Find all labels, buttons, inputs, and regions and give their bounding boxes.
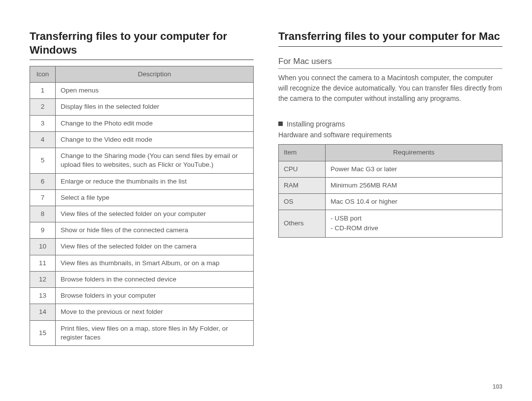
icon-cell: 4 — [30, 131, 56, 148]
page-number: 103 — [493, 383, 502, 390]
table-row: 4Change to the Video edit mode — [30, 131, 254, 148]
icon-cell: 2 — [30, 99, 56, 115]
mac-paragraph: When you connect the camera to a Macinto… — [278, 73, 502, 104]
item-cell: Others — [279, 210, 326, 238]
table-row: 7Select a file type — [30, 189, 254, 206]
table-row: 8View files of the selected folder on yo… — [30, 206, 254, 222]
mac-subheading: For Mac users — [278, 57, 502, 69]
table-row: 10View files of the selected folder on t… — [30, 239, 254, 255]
icon-cell: 13 — [30, 288, 56, 304]
icon-cell: 6 — [30, 173, 56, 189]
requirement-cell: Power Mac G3 or later — [326, 161, 502, 177]
table-header-icon: Icon — [30, 66, 56, 83]
description-cell: Change to the Photo edit mode — [56, 115, 254, 131]
icon-cell: 11 — [30, 255, 56, 271]
left-column: Transferring files to your computer for … — [30, 30, 254, 386]
table-row: 2Display files in the selected folder — [30, 99, 254, 115]
description-cell: Open menus — [56, 83, 254, 99]
icon-cell: 8 — [30, 206, 56, 222]
table-row: 14Move to the previous or next folder — [30, 304, 254, 320]
icon-cell: 3 — [30, 115, 56, 131]
description-cell: Enlarge or reduce the thumbnails in the … — [56, 173, 254, 189]
item-cell: CPU — [279, 161, 326, 177]
requirements-table: Item Requirements CPUPower Mac G3 or lat… — [278, 144, 502, 237]
table-row: 9Show or hide files of the connected cam… — [30, 222, 254, 239]
req-header-item: Item — [279, 145, 326, 161]
table-row: 3Change to the Photo edit mode — [30, 115, 254, 131]
requirement-cell: - USB port- CD-ROM drive — [326, 210, 502, 238]
table-row: 6Enlarge or reduce the thumbnails in the… — [30, 173, 254, 189]
icon-cell: 1 — [30, 83, 56, 99]
icon-cell: 15 — [30, 320, 56, 345]
table-row: 1Open menus — [30, 83, 254, 99]
table-row: Others- USB port- CD-ROM drive — [279, 210, 502, 238]
table-row: 13Browse folders in your computer — [30, 288, 254, 304]
description-cell: Display files in the selected folder — [56, 99, 254, 115]
description-cell: Show or hide files of the connected came… — [56, 222, 254, 239]
item-cell: RAM — [279, 177, 326, 193]
requirement-cell: Mac OS 10.4 or higher — [326, 193, 502, 210]
table-row: 11View files as thumbnails, in Smart Alb… — [30, 255, 254, 271]
description-cell: View files of the selected folder on you… — [56, 206, 254, 222]
installing-programs-block: Installing programs Hardware and softwar… — [278, 119, 502, 141]
installing-line-2: Hardware and software requirements — [278, 131, 392, 139]
table-row: 12Browse folders in the connected device — [30, 271, 254, 287]
description-cell: Browse folders in the connected device — [56, 271, 254, 287]
table-row: 15Print files, view files on a map, stor… — [30, 320, 254, 345]
icon-cell: 5 — [30, 148, 56, 173]
icon-cell: 9 — [30, 222, 56, 239]
description-cell: Select a file type — [56, 189, 254, 206]
icon-cell: 14 — [30, 304, 56, 320]
table-row: OSMac OS 10.4 or higher — [279, 193, 502, 210]
table-row: 5Change to the Sharing mode (You can sen… — [30, 148, 254, 173]
right-column: Transferring files to your computer for … — [278, 30, 502, 386]
table-row: CPUPower Mac G3 or later — [279, 161, 502, 177]
description-cell: View files as thumbnails, in Smart Album… — [56, 255, 254, 271]
icon-description-table: Icon Description 1Open menus2Display fil… — [30, 66, 254, 346]
description-cell: Print files, view files on a map, store … — [56, 320, 254, 345]
description-cell: Change to the Sharing mode (You can send… — [56, 148, 254, 173]
table-row: RAMMinimum 256MB RAM — [279, 177, 502, 193]
description-cell: Change to the Video edit mode — [56, 131, 254, 148]
requirement-cell: Minimum 256MB RAM — [326, 177, 502, 193]
table-header-description: Description — [56, 66, 254, 83]
left-section-title: Transferring files to your computer for … — [30, 30, 254, 60]
icon-cell: 10 — [30, 239, 56, 255]
installing-line-1: Installing programs — [287, 120, 345, 128]
item-cell: OS — [279, 193, 326, 210]
req-header-requirements: Requirements — [326, 145, 502, 161]
description-cell: View files of the selected folder on the… — [56, 239, 254, 255]
icon-cell: 12 — [30, 271, 56, 287]
square-bullet-icon — [278, 122, 283, 126]
description-cell: Browse folders in your computer — [56, 288, 254, 304]
icon-cell: 7 — [30, 189, 56, 206]
description-cell: Move to the previous or next folder — [56, 304, 254, 320]
right-section-title: Transferring files to your computer for … — [278, 30, 502, 47]
